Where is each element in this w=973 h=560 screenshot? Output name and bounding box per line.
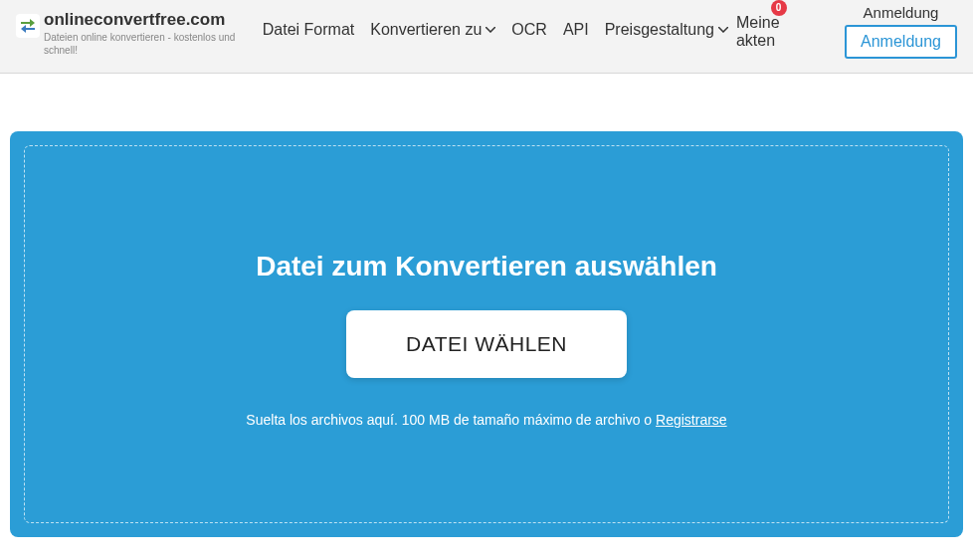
nav-file-format[interactable]: Datei Format: [263, 21, 354, 39]
nav-convert-to[interactable]: Konvertieren zu: [370, 21, 495, 39]
dropzone-hint: Suelta los archivos aquí. 100 MB de tama…: [246, 412, 726, 428]
brand[interactable]: onlineconvertfree.com Dateien online kon…: [16, 10, 251, 56]
convert-arrows-icon: [16, 14, 40, 38]
main-nav: Datei Format Konvertieren zu OCR API Pre…: [263, 21, 728, 39]
chevron-down-icon: [486, 27, 495, 33]
header-right: 0 Meine akten Anmeldung Anmeldung: [736, 4, 957, 59]
dropzone-title: Datei zum Konvertieren auswählen: [256, 251, 717, 282]
svg-rect-0: [16, 14, 40, 38]
nav-pricing[interactable]: Preisgestaltung: [605, 21, 728, 39]
nav-convert-to-label: Konvertieren zu: [370, 21, 482, 39]
site-name: onlineconvertfree.com: [44, 10, 251, 30]
login-link[interactable]: Anmeldung: [864, 4, 939, 21]
chevron-down-icon: [718, 27, 728, 33]
choose-file-button[interactable]: DATEI WÄHLEN: [346, 310, 627, 378]
nav-pricing-label: Preisgestaltung: [605, 21, 714, 39]
dropzone-inner: Datei zum Konvertieren auswählen DATEI W…: [24, 145, 949, 523]
files-count-badge: 0: [771, 0, 787, 16]
tagline: Dateien online konvertieren - kostenlos …: [44, 31, 251, 57]
dropzone-hint-text: Suelta los archivos aquí. 100 MB de tama…: [246, 412, 656, 428]
nav-api[interactable]: API: [563, 21, 589, 39]
dropzone[interactable]: Datei zum Konvertieren auswählen DATEI W…: [10, 131, 963, 537]
nav-ocr[interactable]: OCR: [511, 21, 547, 39]
brand-text: onlineconvertfree.com Dateien online kon…: [44, 10, 251, 56]
signup-button[interactable]: Anmeldung: [845, 25, 957, 59]
register-link[interactable]: Registrarse: [656, 412, 727, 428]
my-files-link[interactable]: 0 Meine akten: [736, 14, 821, 50]
auth-column: Anmeldung Anmeldung: [845, 4, 957, 59]
my-files-label: Meine akten: [736, 14, 780, 49]
main-content: Datei zum Konvertieren auswählen DATEI W…: [0, 74, 973, 547]
header: onlineconvertfree.com Dateien online kon…: [0, 0, 973, 74]
